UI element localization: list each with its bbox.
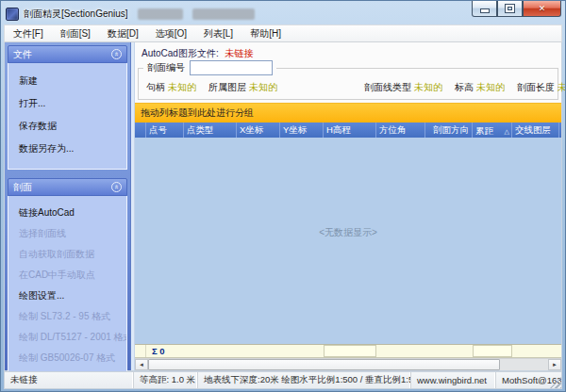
sidebar-item-draw-dlt5127[interactable]: 绘制 DL/T5127 - 2001 格式 <box>8 327 126 348</box>
close-button[interactable]: ✕ <box>523 1 561 17</box>
status-link-state: 未链接 <box>5 372 134 388</box>
section-number-head: 剖面编号 <box>143 60 276 75</box>
minimize-icon <box>481 9 489 12</box>
collapse-chevron-icon[interactable]: « <box>111 182 122 192</box>
group-by-bar[interactable]: 拖动列标题到此处进行分组 <box>135 103 561 122</box>
menu-bar: 文件[F] 剖面[S] 数据[D] 选项[O] 列表[L] 帮助[H] <box>4 24 562 42</box>
app-window: 剖面精灵[SectionGenius] ✕ 文件[F] 剖面[S] 数据[D] … <box>0 0 566 392</box>
minimize-button[interactable] <box>472 1 497 17</box>
titlebar[interactable]: 剖面精灵[SectionGenius] ✕ <box>4 4 562 24</box>
close-icon: ✕ <box>539 4 546 13</box>
nav-panel-file-title: 文件 <box>13 48 32 61</box>
scroll-left-button[interactable]: ◄ <box>135 359 148 370</box>
section-properties: 句柄 未知的 所属图层 未知的 剖面线类型 未知的 标高 未知的 剖面长度 未知… <box>139 81 558 94</box>
sidebar-item-manual-pick-points[interactable]: 在CAD中手动取点 <box>8 265 126 286</box>
status-bar: 未链接 等高距: 1.0 米 地表线下深度:20米 绘图水平比例1:500 / … <box>4 371 562 389</box>
grid-indicator-column <box>135 122 146 138</box>
nav-panel-file: 文件 « 新建 打开... 保存数据 数据另存为... <box>8 45 127 170</box>
elevation-label: 标高 <box>455 81 474 94</box>
elevation-value: 未知的 <box>476 81 505 94</box>
horizontal-scrollbar: ◄ ► <box>135 358 561 370</box>
scrollbar-thumb[interactable] <box>148 359 500 370</box>
nav-panel-file-body: 新建 打开... 保存数据 数据另存为... <box>8 63 127 170</box>
status-contour-interval: 等高距: 1.0 米 <box>134 372 198 388</box>
menu-options[interactable]: 选项[O] <box>147 25 195 41</box>
grid-empty-text: <无数据显示> <box>135 226 561 239</box>
menu-file[interactable]: 文件[F] <box>5 25 52 41</box>
section-length-value: 未知的 <box>558 81 566 94</box>
sidebar-item-new[interactable]: 新建 <box>8 70 126 92</box>
column-header-y[interactable]: Y坐标 <box>280 122 324 138</box>
summary-count: Σ 0 <box>146 345 184 357</box>
sidebar: 文件 « 新建 打开... 保存数据 数据另存为... 剖面 « 链接AutoC… <box>5 42 131 370</box>
section-number-label: 剖面编号 <box>147 61 185 74</box>
status-email: MothSoft@163.cc <box>496 372 561 388</box>
handle-label: 句柄 <box>146 81 165 94</box>
linetype-value: 未知的 <box>414 81 442 94</box>
sidebar-item-draw-gb50026[interactable]: 绘制 GB50026-07 格式 <box>8 348 126 368</box>
section-number-input[interactable] <box>190 60 273 75</box>
content-area: 文件 « 新建 打开... 保存数据 数据另存为... 剖面 « 链接AutoC… <box>4 42 562 371</box>
layer-value: 未知的 <box>249 81 277 94</box>
column-header-point-type[interactable]: 点类型 <box>184 122 237 138</box>
handle-value: 未知的 <box>168 81 196 94</box>
grid-summary-row: Σ 0 <box>135 344 561 358</box>
sidebar-item-save-data[interactable]: 保存数据 <box>8 115 126 138</box>
menu-list[interactable]: 列表[L] <box>195 25 241 41</box>
sidebar-item-draw-sl73[interactable]: 绘制 SL73.2 - 95 格式 <box>8 306 126 327</box>
sidebar-item-select-section-line[interactable]: 选择剖面线 <box>8 223 126 244</box>
main-panel: AutoCad图形文件: 未链接 剖面编号 句柄 未知的 所属图层 未知的 剖面… <box>135 42 561 370</box>
column-header-direction[interactable]: 剖面方向 <box>425 122 473 138</box>
nav-panel-section-body: 链接AutoCad 选择剖面线 自动获取剖面数据 在CAD中手动取点 绘图设置.… <box>8 196 127 378</box>
nav-panel-section: 剖面 « 链接AutoCad 选择剖面线 自动获取剖面数据 在CAD中手动取点 … <box>8 178 127 378</box>
redacted-text <box>192 8 255 20</box>
layer-label: 所属图层 <box>208 81 246 94</box>
menu-help[interactable]: 帮助[H] <box>241 25 290 41</box>
column-header-cross-layer[interactable]: 交线图层 <box>512 122 559 138</box>
menu-section[interactable]: 剖面[S] <box>52 25 99 41</box>
app-icon[interactable] <box>6 8 19 21</box>
summary-distance-cell <box>473 345 512 357</box>
sidebar-item-save-data-as[interactable]: 数据另存为... <box>8 138 126 160</box>
grid-header: 点号 点类型 X坐标 Y坐标 H高程 方位角 剖面方向 累距 △ 交线图层 备注 <box>135 122 561 138</box>
sort-ascending-icon: △ <box>505 128 509 135</box>
section-groupbox: 剖面编号 句柄 未知的 所属图层 未知的 剖面线类型 未知的 标高 未知的 剖面… <box>138 68 558 100</box>
nav-panel-file-header[interactable]: 文件 « <box>8 45 127 63</box>
autocad-file-label: AutoCad图形文件: <box>142 48 219 58</box>
maximize-button[interactable] <box>497 1 523 17</box>
column-header-distance[interactable]: 累距 △ <box>473 122 512 138</box>
linetype-label: 剖面线类型 <box>364 81 411 94</box>
grid-body[interactable]: <无数据显示> <box>135 138 561 344</box>
collapse-chevron-icon[interactable]: « <box>111 49 122 59</box>
status-scale-info: 地表线下深度:20米 绘图水平比例1:500 / 垂直比例1:500 <box>198 372 411 388</box>
sidebar-item-link-autocad[interactable]: 链接AutoCad <box>8 203 126 223</box>
redacted-text <box>138 8 183 20</box>
sidebar-item-open[interactable]: 打开... <box>8 92 126 115</box>
nav-panel-section-header[interactable]: 剖面 « <box>8 178 127 196</box>
autocad-file-status: 未链接 <box>225 48 253 58</box>
autocad-file-row: AutoCad图形文件: 未链接 <box>135 42 561 59</box>
nav-panel-section-title: 剖面 <box>13 181 32 194</box>
status-website: www.wingbird.net <box>411 372 496 388</box>
menu-data[interactable]: 数据[D] <box>99 25 147 41</box>
column-header-azimuth[interactable]: 方位角 <box>376 122 425 138</box>
column-header-remark[interactable]: 备注 <box>559 122 562 138</box>
scroll-right-button[interactable]: ► <box>548 359 561 370</box>
sidebar-item-draw-settings[interactable]: 绘图设置... <box>8 286 126 306</box>
sidebar-item-auto-get-section-data[interactable]: 自动获取剖面数据 <box>8 244 126 265</box>
summary-gutter <box>135 345 146 357</box>
column-header-point-no[interactable]: 点号 <box>146 122 184 138</box>
column-header-x[interactable]: X坐标 <box>237 122 280 138</box>
scrollbar-track[interactable] <box>148 359 548 370</box>
summary-h-cell <box>324 345 376 357</box>
window-controls: ✕ <box>472 1 561 17</box>
window-title: 剖面精灵[SectionGenius] <box>24 8 128 21</box>
section-length-label: 剖面长度 <box>517 81 555 94</box>
maximize-icon <box>506 5 514 12</box>
column-header-h[interactable]: H高程 <box>324 122 376 138</box>
